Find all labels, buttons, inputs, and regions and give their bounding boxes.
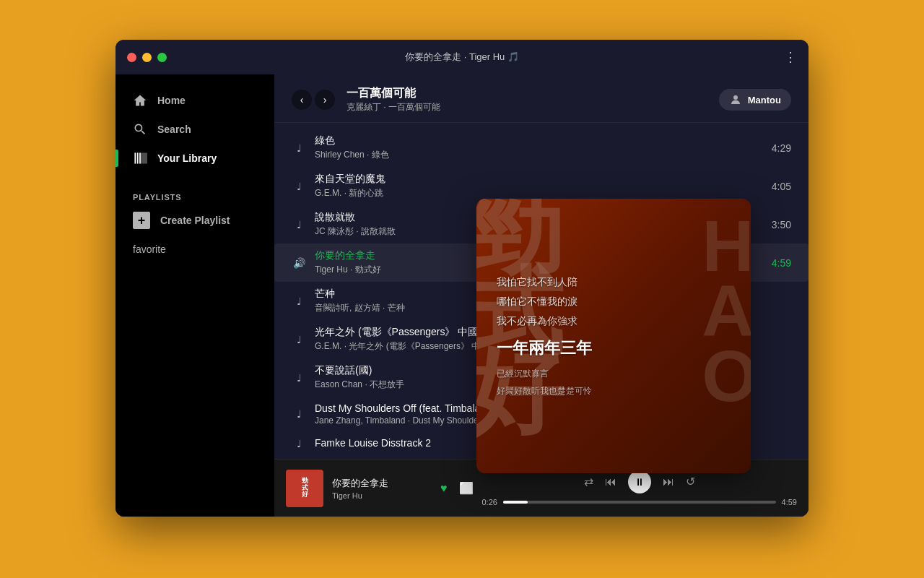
window-menu-button[interactable]: ⋮ bbox=[784, 49, 797, 65]
forward-button[interactable]: › bbox=[315, 90, 335, 110]
screen-button[interactable]: ⬜ bbox=[459, 481, 474, 495]
track-info: 來自天堂的魔鬼 G.E.M. · 新的心跳 bbox=[306, 173, 772, 199]
player-artist: Tiger Hu bbox=[332, 491, 426, 500]
home-icon bbox=[133, 93, 147, 108]
lyric-line: 我不必再為你強求 bbox=[497, 314, 731, 329]
lyrics-card: 勁式好 HAO 我怕它找不到人陪 哪怕它不懂我的淚 我不必再為你強求 一年兩年三… bbox=[476, 199, 751, 473]
player-song-name: 你要的全拿走 bbox=[332, 477, 426, 490]
library-icon bbox=[133, 151, 147, 165]
sidebar-item-home[interactable]: Home bbox=[116, 86, 274, 115]
header-song-title: 一百萬個可能 bbox=[346, 86, 707, 101]
player-song-info: 你要的全拿走 Tiger Hu bbox=[332, 477, 426, 500]
current-time: 0:26 bbox=[482, 498, 497, 506]
player-album-art: 勁式好 bbox=[286, 470, 323, 507]
header-title: 一百萬個可能 克麗絲丁 · 一百萬個可能 bbox=[346, 86, 707, 113]
track-sub: G.E.M. · 新的心跳 bbox=[315, 187, 763, 199]
player-buttons: ⇄ ⏮ ⏸ ⏭ ↺ bbox=[584, 470, 695, 493]
playlist-item-favorite[interactable]: favorite bbox=[116, 236, 274, 262]
window-title: 你要的全拿走 · Tiger Hu 🎵 bbox=[405, 51, 519, 64]
create-playlist-button[interactable]: + Create Playlist bbox=[116, 204, 274, 236]
track-row[interactable]: ♩ 綠色 Shirley Chen · 綠色 4:29 bbox=[274, 129, 808, 167]
now-playing-icon: 🔊 bbox=[292, 257, 306, 269]
lyrics-content: 我怕它找不到人陪 哪怕它不懂我的淚 我不必再為你強求 一年兩年三年 已經沉默寡言… bbox=[476, 199, 751, 473]
maximize-button[interactable] bbox=[157, 53, 167, 62]
plus-icon: + bbox=[133, 212, 150, 229]
user-pill[interactable]: Mantou bbox=[719, 89, 791, 111]
track-music-icon: ♩ bbox=[292, 334, 306, 345]
total-time: 4:59 bbox=[782, 498, 797, 506]
progress-fill bbox=[503, 501, 528, 504]
track-music-icon: ♩ bbox=[292, 181, 306, 192]
track-duration: 4:59 bbox=[772, 257, 791, 269]
player-controls: ⇄ ⏮ ⏸ ⏭ ↺ 0:26 4:59 bbox=[482, 470, 798, 506]
app-window: 你要的全拿走 · Tiger Hu 🎵 ⋮ Home Search bbox=[116, 40, 808, 517]
album-art-text: 勁式好 bbox=[300, 476, 310, 501]
back-button[interactable]: ‹ bbox=[292, 90, 312, 110]
track-name: 綠色 bbox=[315, 134, 763, 147]
active-indicator bbox=[116, 150, 118, 167]
track-music-icon: ♩ bbox=[292, 219, 306, 230]
progress-bar[interactable] bbox=[503, 501, 776, 504]
svg-point-0 bbox=[733, 95, 738, 100]
user-icon bbox=[729, 93, 742, 106]
sidebar: Home Search Your Library PLAYLISTS + bbox=[116, 74, 274, 517]
playlists-section-label: PLAYLISTS bbox=[116, 187, 274, 204]
lyric-line-small: 已經沉默寡言 bbox=[497, 367, 731, 380]
sidebar-item-search[interactable]: Search bbox=[116, 115, 274, 144]
next-button[interactable]: ⏭ bbox=[663, 475, 674, 488]
track-music-icon: ♩ bbox=[292, 372, 306, 384]
lyric-line-highlight: 一年兩年三年 bbox=[497, 336, 731, 360]
previous-button[interactable]: ⏮ bbox=[605, 475, 616, 488]
lyric-line: 我怕它找不到人陪 bbox=[497, 275, 731, 290]
track-music-icon: ♩ bbox=[292, 438, 306, 449]
lyrics-background: 勁式好 HAO 我怕它找不到人陪 哪怕它不懂我的淚 我不必再為你強求 一年兩年三… bbox=[476, 199, 751, 473]
header-song-sub: 克麗絲丁 · 一百萬個可能 bbox=[346, 101, 707, 113]
your-library-label: Your Library bbox=[157, 152, 217, 164]
track-duration: 4:29 bbox=[772, 142, 791, 154]
track-sub: Shirley Chen · 綠色 bbox=[315, 149, 763, 161]
track-music-icon: ♩ bbox=[292, 142, 306, 154]
love-button[interactable]: ♥ bbox=[440, 482, 448, 495]
minimize-button[interactable] bbox=[142, 53, 152, 62]
nav-arrows: ‹ › bbox=[292, 90, 335, 110]
track-info: 綠色 Shirley Chen · 綠色 bbox=[306, 134, 772, 161]
title-bar: 你要的全拿走 · Tiger Hu 🎵 ⋮ bbox=[116, 40, 808, 74]
track-name: 來自天堂的魔鬼 bbox=[315, 173, 763, 186]
progress-section: 0:26 4:59 bbox=[482, 498, 798, 506]
playlist-header: ‹ › 一百萬個可能 克麗絲丁 · 一百萬個可能 Mantou bbox=[274, 74, 808, 123]
repeat-button[interactable]: ↺ bbox=[686, 475, 695, 488]
lyric-line-small: 好聚好散听我也楚楚可怜 bbox=[497, 384, 731, 397]
track-duration: 3:50 bbox=[772, 219, 791, 230]
shuffle-button[interactable]: ⇄ bbox=[584, 475, 593, 488]
track-music-icon: ♩ bbox=[292, 296, 306, 307]
close-button[interactable] bbox=[127, 53, 136, 62]
lyric-line: 哪怕它不懂我的淚 bbox=[497, 294, 731, 309]
sidebar-item-your-library[interactable]: Your Library bbox=[116, 144, 274, 173]
traffic-lights bbox=[127, 53, 167, 62]
pause-button[interactable]: ⏸ bbox=[628, 470, 651, 493]
track-music-icon: ♩ bbox=[292, 408, 306, 420]
search-icon bbox=[133, 122, 147, 137]
track-duration: 4:05 bbox=[772, 181, 791, 192]
